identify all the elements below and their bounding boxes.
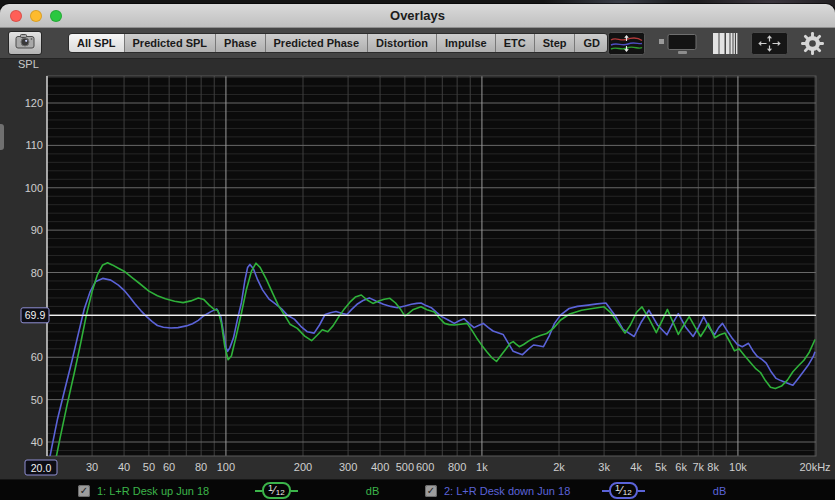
legend-unit: dB (366, 485, 379, 497)
filter-bands-icon[interactable] (713, 32, 739, 55)
svg-text:80: 80 (195, 461, 207, 473)
legend-checkbox-1[interactable]: ✓ (78, 485, 90, 497)
svg-text:800: 800 (448, 461, 466, 473)
traffic-lights (10, 10, 62, 22)
svg-text:80: 80 (31, 267, 43, 279)
svg-text:120: 120 (25, 97, 43, 109)
svg-text:600: 600 (416, 461, 434, 473)
svg-text:7k: 7k (692, 461, 704, 473)
legend-bar: ✓1: L+R Desk up Jun 181⁄12dB✓2: L+R Desk… (0, 479, 835, 500)
y-axis-title: SPL (18, 59, 39, 70)
tab-bar: All SPLPredicted SPLPhasePredicted Phase… (68, 33, 608, 53)
svg-text:60: 60 (31, 351, 43, 363)
svg-text:40: 40 (118, 461, 130, 473)
svg-text:300: 300 (339, 461, 357, 473)
toolbar-right-icons (608, 31, 827, 56)
svg-text:500: 500 (396, 461, 414, 473)
graph-panel: 1201101009080605040304050608010020030040… (0, 59, 835, 479)
camera-icon (15, 33, 35, 53)
title-bar[interactable]: Overlays (0, 4, 835, 28)
svg-text:5k: 5k (655, 461, 667, 473)
legend-checkbox-2[interactable]: ✓ (425, 485, 437, 497)
smoothing-badge[interactable]: 1⁄12 (609, 482, 638, 499)
legend-item-1[interactable]: ✓1: L+R Desk up Jun 181⁄12dB (78, 480, 379, 500)
svg-text:100: 100 (25, 182, 43, 194)
spl-chart[interactable]: 1201101009080605040304050608010020030040… (0, 59, 835, 479)
svg-text:90: 90 (31, 224, 43, 236)
svg-text:69.9: 69.9 (25, 309, 46, 321)
smoothing-badge[interactable]: 1⁄12 (262, 482, 291, 499)
toolbar: All SPLPredicted SPLPhasePredicted Phase… (0, 28, 835, 59)
svg-text:20.0: 20.0 (31, 462, 52, 474)
svg-text:1k: 1k (476, 461, 488, 473)
settings-gear-icon[interactable] (800, 31, 825, 56)
svg-text:30: 30 (86, 461, 98, 473)
zoom-button[interactable] (50, 10, 62, 22)
tab-predicted-spl[interactable]: Predicted SPL (125, 34, 217, 52)
overlays-window: Overlays All SPLPredicted SPLPhasePredic… (0, 4, 835, 500)
legend-unit: dB (713, 485, 726, 497)
desktop-backdrop: Overlays All SPLPredicted SPLPhasePredic… (0, 0, 835, 500)
legend-label: 2: L+R Desk down Jun 18 (444, 485, 602, 497)
svg-text:100: 100 (217, 461, 235, 473)
tab-impulse[interactable]: Impulse (437, 34, 496, 52)
tab-etc[interactable]: ETC (496, 34, 535, 52)
svg-text:40: 40 (31, 436, 43, 448)
graph-limits-icon[interactable] (608, 32, 645, 55)
pan-zoom-icon[interactable] (751, 32, 788, 55)
svg-text:6k: 6k (675, 461, 687, 473)
tab-all-spl[interactable]: All SPL (69, 34, 125, 52)
capture-button[interactable] (8, 31, 42, 55)
close-button[interactable] (10, 10, 22, 22)
svg-text:10k: 10k (729, 461, 747, 473)
legend-label: 1: L+R Desk up Jun 18 (97, 485, 255, 497)
legend-item-2[interactable]: ✓2: L+R Desk down Jun 181⁄12dB (425, 480, 726, 500)
display-icon[interactable] (657, 32, 701, 55)
svg-text:60: 60 (163, 461, 175, 473)
panel-handle[interactable] (0, 124, 4, 150)
tab-predicted-phase[interactable]: Predicted Phase (266, 34, 369, 52)
svg-text:50: 50 (31, 394, 43, 406)
tab-phase[interactable]: Phase (216, 34, 265, 52)
svg-text:400: 400 (371, 461, 389, 473)
minimize-button[interactable] (30, 10, 42, 22)
svg-text:200: 200 (294, 461, 312, 473)
window-title: Overlays (390, 8, 445, 23)
tab-distortion[interactable]: Distortion (368, 34, 437, 52)
svg-text:110: 110 (25, 139, 43, 151)
smoothing-control[interactable]: 1⁄12 (602, 482, 645, 499)
tab-gd[interactable]: GD (575, 34, 608, 52)
svg-text:20kHz: 20kHz (799, 461, 830, 473)
svg-text:50: 50 (143, 461, 155, 473)
smoothing-control[interactable]: 1⁄12 (255, 482, 298, 499)
tab-step[interactable]: Step (535, 34, 576, 52)
svg-text:2k: 2k (553, 461, 565, 473)
svg-text:3k: 3k (598, 461, 610, 473)
svg-text:8k: 8k (707, 461, 719, 473)
svg-text:4k: 4k (630, 461, 642, 473)
